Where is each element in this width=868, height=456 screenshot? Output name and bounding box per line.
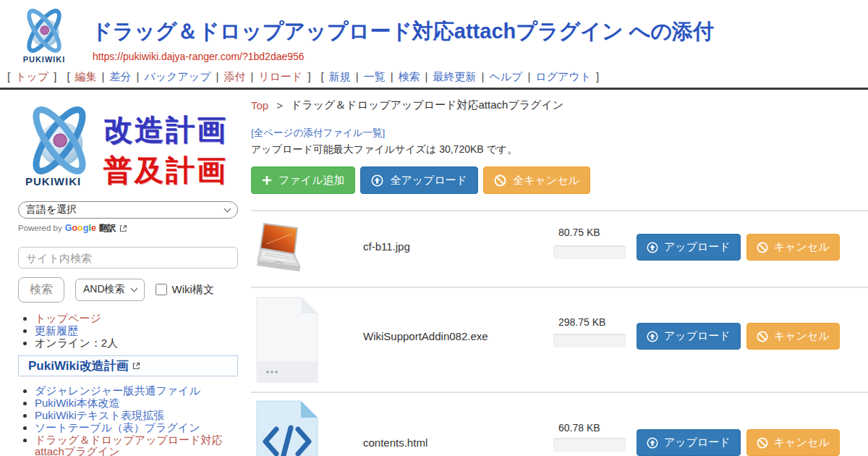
sidebar-item-sort-table[interactable]: ソートテーブル（表）プラグイン (35, 421, 200, 434)
sidebar-item-core-mod[interactable]: PukiWiki本体改造 (35, 397, 120, 409)
nav-item-help[interactable]: ヘルプ (489, 70, 522, 84)
sidebar-item-text-ext[interactable]: PukiWikiテキスト表現拡張 (35, 409, 164, 421)
upload-all-label: 全アップロード (390, 174, 467, 187)
file-actions: アップロード キャンセル (637, 323, 840, 350)
generic-file-icon (256, 297, 318, 383)
plus-icon (262, 175, 272, 185)
google-letter: o (72, 223, 77, 233)
sidebar-item-top-page[interactable]: トップページ (35, 312, 101, 324)
banner-line1: 改造計画 (103, 110, 228, 150)
language-select-value: 言語を選択 (26, 203, 77, 216)
search-button[interactable]: 検索 (18, 277, 64, 303)
cancel-label: キャンセル (774, 436, 830, 449)
breadcrumb-home[interactable]: Top (251, 99, 268, 111)
chevron-down-icon (224, 206, 231, 213)
list-item: トップページ (35, 313, 238, 324)
ban-circle-icon (757, 331, 768, 342)
list-item: PukiWikiテキスト表現拡張 (35, 410, 238, 421)
breadcrumb-separator: > (276, 99, 283, 111)
top-navigation: [ トップ ] [ 編集 | 差分 | バックアップ | 添付 | リロード ]… (7, 70, 605, 84)
file-row: cf-b11.jpg 80.75 KB アップロード キャンセル (251, 210, 868, 287)
upload-label: アップロード (664, 329, 731, 343)
banner-logo-wordmark: PUKIWIKI (25, 175, 81, 187)
cancel-all-button[interactable]: 全キャンセル (483, 166, 590, 194)
upload-button[interactable]: アップロード (637, 323, 741, 350)
language-select[interactable]: 言語を選択 (18, 201, 238, 219)
file-size: 298.75 KB (558, 316, 605, 328)
nav-item-diff[interactable]: 差分 (109, 70, 131, 84)
nav-separator: | (250, 70, 253, 84)
upload-all-button[interactable]: 全アップロード (360, 166, 478, 194)
sidebar-item-dnd-attach[interactable]: ドラッグ＆ドロップアップロード対応attachプラグイン (35, 434, 223, 456)
sidebar-links-top: トップページ 更新履歴 オンライン：2人 (18, 313, 238, 349)
nav-group-site: [ 新規 | 一覧 | 検索 | 最終更新 | ヘルプ | ログアウト ] (321, 70, 600, 84)
nav-item-backup[interactable]: バックアップ (144, 70, 210, 84)
ban-circle-icon (757, 437, 768, 449)
cancel-button[interactable]: キャンセル (746, 429, 840, 456)
section-title: PukiWiki改造計画 (28, 358, 129, 374)
translate-link[interactable]: 翻訳 (99, 222, 116, 235)
page-url-link[interactable]: https://pukiwiki.dajya-ranger.com/?1bd2d… (93, 51, 305, 62)
list-item: ソートテーブル（表）プラグイン (35, 422, 238, 434)
site-search-input[interactable] (18, 247, 238, 269)
nav-group-page: [ 編集 | 差分 | バックアップ | 添付 | リロード ] (67, 70, 310, 84)
google-letter: e (91, 223, 96, 233)
nav-bracket: ] (54, 70, 56, 84)
nav-item-search[interactable]: 検索 (399, 70, 420, 84)
external-link-icon (119, 224, 127, 232)
nav-separator: | (102, 70, 105, 84)
cancel-button[interactable]: キャンセル (746, 323, 840, 350)
upload-toolbar: ファイル追加 全アップロード 全キャンセル (251, 166, 868, 194)
wiki-syntax-option: Wiki構文 (156, 283, 214, 297)
upload-button[interactable]: アップロード (637, 234, 741, 261)
sidebar-item-history[interactable]: 更新履歴 (35, 324, 78, 337)
sidebar-item-common-files[interactable]: ダジャレンジャー版共通ファイル (35, 384, 200, 397)
list-item: オンライン：2人 (35, 337, 238, 349)
add-file-button[interactable]: ファイル追加 (251, 166, 355, 194)
upload-button[interactable]: アップロード (637, 429, 741, 456)
google-letter: o (77, 223, 83, 233)
google-logo: Google (65, 223, 96, 233)
nav-group-top: [ トップ ] (7, 70, 56, 84)
sidebar-banner[interactable]: PUKIWIKI 改造計画 普及計画 (18, 98, 238, 193)
and-search-value: AND検索 (83, 283, 125, 296)
nav-divider (0, 88, 868, 90)
pukiwiki-logo[interactable]: PUKIWIKI (10, 3, 78, 69)
nav-item-reload[interactable]: リロード (258, 70, 302, 84)
nav-item-new[interactable]: 新規 (329, 70, 351, 84)
wiki-syntax-checkbox[interactable] (156, 284, 167, 295)
all-pages-attach-list-link[interactable]: [全ページの添付ファイル一覧] (251, 127, 385, 140)
file-row: WikiSupportAddin082.exe 298.75 KB アップロード… (251, 287, 868, 392)
cancel-label: キャンセル (774, 240, 830, 254)
nav-item-list[interactable]: 一覧 (364, 70, 386, 84)
nav-item-top[interactable]: トップ (15, 70, 48, 84)
sidebar: PUKIWIKI 改造計画 普及計画 言語を選択 Powered by Goog… (18, 98, 238, 456)
ban-circle-icon (494, 174, 506, 187)
wiki-syntax-label: Wiki構文 (172, 283, 214, 297)
pending-file-list: cf-b11.jpg 80.75 KB アップロード キャンセル (251, 210, 868, 456)
atom-icon (13, 3, 75, 56)
list-item: ダジャレンジャー版共通ファイル (35, 385, 238, 397)
nav-item-logout[interactable]: ログアウト (535, 70, 591, 84)
sidebar-section-pukiwiki-kaizou[interactable]: PukiWiki改造計画 (18, 355, 238, 376)
circle-arrow-up-icon (647, 331, 658, 342)
breadcrumb-current: ドラッグ＆ドロップアップロード対応attachプラグイン (291, 98, 563, 112)
list-item: PukiWiki本体改造 (35, 397, 238, 409)
logo-wordmark: PUKIWIKI (10, 55, 78, 64)
list-item: 更新履歴 (35, 325, 238, 337)
nav-item-recent[interactable]: 最終更新 (433, 70, 476, 84)
nav-separator: | (136, 70, 139, 84)
ban-circle-icon (757, 242, 768, 253)
max-upload-size-text: アップロード可能最大ファイルサイズは 30,720KB です。 (251, 143, 868, 156)
cancel-button[interactable]: キャンセル (746, 234, 840, 261)
nav-item-attach[interactable]: 添付 (224, 70, 245, 84)
laptop-photo-thumbnail (256, 221, 302, 279)
nav-separator: | (425, 70, 428, 84)
upload-label: アップロード (664, 240, 731, 254)
nav-bracket: [ (321, 70, 324, 84)
google-letter: G (65, 223, 72, 233)
google-letter: g (83, 223, 89, 233)
nav-item-edit[interactable]: 編集 (75, 70, 97, 84)
online-count-text: オンライン：2人 (35, 337, 118, 349)
and-search-select[interactable]: AND検索 (75, 279, 145, 301)
